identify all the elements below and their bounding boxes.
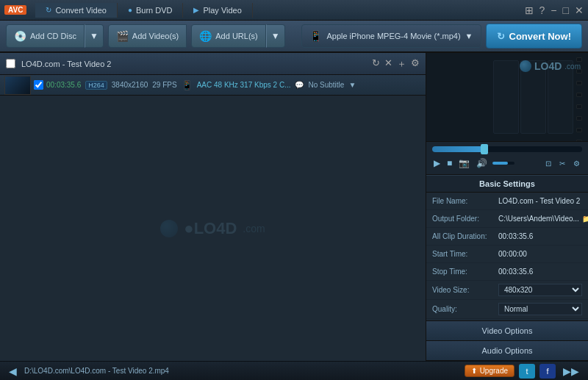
grid-icon[interactable]: ⊞	[525, 4, 534, 16]
right-panel: LO4D .com ▶ ■ 📷 🔊 ⊡ ✂ ⚙	[426, 53, 588, 361]
film-preview: LO4D .com	[426, 53, 588, 141]
toolbar: 💿 Add CD Disc ▼ 🎬 Add Video(s) 🌐 Add URL…	[0, 21, 588, 53]
header-actions: ↻ ✕ ＋ ⚙	[372, 57, 420, 71]
video-item-row[interactable]: 00:03:35.6 H264 3840x2160 29 FPS 📱 AAC 4…	[0, 75, 426, 96]
stop-time-value: 00:03:35.6	[498, 268, 582, 276]
facebook-button[interactable]: f	[539, 364, 556, 379]
watermark-ball-small	[520, 60, 531, 72]
clip-duration-row: All Clip Duration: 00:03:35.6	[426, 228, 588, 245]
video-size-dropdown[interactable]: 480x320	[498, 284, 582, 296]
video-panel: LO4D.com - Test Video 2 ↻ ✕ ＋ ⚙ 00:03:35…	[0, 53, 426, 361]
cd-icon: 💿	[14, 30, 26, 42]
options-buttons: Video Options Audio Options	[426, 320, 588, 361]
tab-convert[interactable]: ↻ Convert Video	[35, 3, 118, 18]
cut-button[interactable]: ✂	[557, 159, 567, 168]
upgrade-icon: ⬆	[471, 367, 477, 375]
remove-icon[interactable]: ✕	[384, 57, 392, 71]
video-content-area: ●LO4D .com	[0, 96, 426, 361]
url-icon: 🌐	[199, 30, 212, 42]
add-urls-button[interactable]: 🌐 Add URL(s)	[191, 24, 265, 48]
title-bar: AVC ↻ Convert Video ● Burn DVD ▶ Play Vi…	[0, 0, 588, 21]
effects-button[interactable]: ⚙	[571, 159, 582, 168]
main-area: LO4D.com - Test Video 2 ↻ ✕ ＋ ⚙ 00:03:35…	[0, 53, 588, 361]
output-folder-label: Output Folder:	[432, 215, 498, 223]
film-hole	[576, 93, 582, 97]
clip-duration-label: All Clip Duration:	[432, 232, 498, 240]
refresh-icon[interactable]: ↻	[372, 57, 380, 71]
settings-title: Basic Settings	[426, 175, 588, 193]
stop-time-row: Stop Time: 00:03:35.6	[426, 263, 588, 281]
add-urls-label: Add URL(s)	[215, 32, 257, 40]
controls-row: ▶ ■ 📷 🔊 ⊡ ✂ ⚙	[432, 157, 582, 170]
tab-burn[interactable]: ● Burn DVD	[118, 3, 184, 18]
convert-icon: ↻	[46, 6, 51, 14]
nav-forward-icon[interactable]: ▶▶	[560, 365, 582, 377]
subtitle-info: No Subtitle	[308, 81, 344, 89]
maximize-icon[interactable]: □	[563, 4, 569, 16]
watermark-txt: LO4D	[534, 60, 562, 72]
add-videos-button[interactable]: 🎬 Add Video(s)	[108, 24, 187, 48]
phone-icon: 📱	[182, 80, 193, 90]
add-videos-label: Add Video(s)	[132, 32, 179, 40]
close-icon[interactable]: ✕	[575, 4, 584, 16]
video-duration: 00:03:35.6	[46, 81, 81, 89]
convert-now-button[interactable]: ↻ Convert Now!	[486, 24, 583, 49]
watermark-domain: .com	[564, 62, 581, 71]
stop-button[interactable]: ■	[445, 157, 453, 170]
video-size-label: Video Size:	[432, 286, 498, 294]
help-icon[interactable]: ?	[539, 4, 545, 16]
watermark-text: ●LO4D	[184, 219, 237, 238]
watermark-center: ●LO4D .com	[160, 219, 265, 238]
settings-icon[interactable]: ⚙	[411, 57, 420, 71]
file-name-value: LO4D.com - Test Video 2	[498, 197, 582, 205]
upgrade-button[interactable]: ⬆ Upgrade	[465, 365, 514, 377]
clip-duration-value: 00:03:35.6	[498, 232, 582, 240]
snapshot-button[interactable]: 📷	[457, 157, 471, 170]
crop-button[interactable]: ⊡	[543, 159, 553, 168]
watermark-com: .com	[243, 223, 265, 234]
video-options-button[interactable]: Video Options	[426, 321, 588, 341]
progress-handle[interactable]	[481, 144, 488, 154]
output-folder-value: C:\Users\Andem\Video... 📁	[498, 215, 588, 223]
folder-browse-icon[interactable]: 📁	[582, 215, 588, 223]
start-time-row: Start Time: 00:00:00	[426, 245, 588, 263]
progress-bar[interactable]	[432, 146, 582, 152]
title-bar-left: AVC ↻ Convert Video ● Burn DVD ▶ Play Vi…	[4, 3, 253, 18]
video-size-value: 480x320	[498, 284, 582, 296]
video-checkbox[interactable]	[34, 80, 43, 90]
quality-row: Quality: Normal	[426, 300, 588, 319]
watermark-ball	[160, 220, 178, 237]
format-dropdown-icon: ▼	[465, 32, 473, 40]
play-pause-button[interactable]: ▶	[432, 157, 442, 170]
video-info: 00:03:35.6 H264 3840x2160 29 FPS 📱 AAC 4…	[46, 80, 421, 90]
status-path: D:\LO4D.com\LO4D.com - Test Video 2.mp4	[24, 367, 465, 375]
add-urls-dropdown[interactable]: ▼	[266, 24, 285, 48]
nav-back-icon[interactable]: ◀	[6, 365, 20, 377]
format-selector[interactable]: 📱 Apple iPhone MPEG-4 Movie (*.mp4) ▼	[301, 24, 481, 48]
thumb-image	[5, 76, 30, 94]
volume-slider[interactable]	[492, 162, 514, 165]
video-list-header: LO4D.com - Test Video 2 ↻ ✕ ＋ ⚙	[0, 53, 426, 75]
format-label: Apple iPhone MPEG-4 Movie (*.mp4)	[326, 32, 460, 40]
film-hole	[576, 140, 582, 141]
audio-options-button[interactable]: Audio Options	[426, 341, 588, 361]
title-bar-controls: ⊞ ? − □ ✕	[525, 4, 584, 16]
avc-badge: AVC	[4, 5, 26, 15]
audio-info: AAC 48 KHz 317 Kbps 2 C...	[197, 81, 291, 89]
player-controls: ▶ ■ 📷 🔊 ⊡ ✂ ⚙	[426, 141, 588, 175]
add-videos-group: 🎬 Add Video(s)	[108, 24, 187, 48]
twitter-button[interactable]: t	[519, 364, 535, 379]
select-all-checkbox[interactable]	[6, 59, 15, 68]
add-cd-dropdown[interactable]: ▼	[85, 24, 104, 48]
title-tabs: ↻ Convert Video ● Burn DVD ▶ Play Video	[35, 3, 252, 18]
video-fps: 29 FPS	[152, 81, 176, 89]
tab-play[interactable]: ▶ Play Video	[183, 3, 252, 18]
volume-button[interactable]: 🔊	[475, 157, 489, 170]
add-plus-icon[interactable]: ＋	[397, 57, 406, 71]
quality-dropdown[interactable]: Normal	[498, 303, 582, 315]
add-cd-button[interactable]: 💿 Add CD Disc	[6, 24, 85, 48]
add-cd-group: 💿 Add CD Disc ▼	[6, 24, 104, 48]
film-frame-1	[493, 60, 519, 134]
minimize-icon[interactable]: −	[551, 4, 556, 16]
convert-now-label: Convert Now!	[509, 31, 572, 42]
